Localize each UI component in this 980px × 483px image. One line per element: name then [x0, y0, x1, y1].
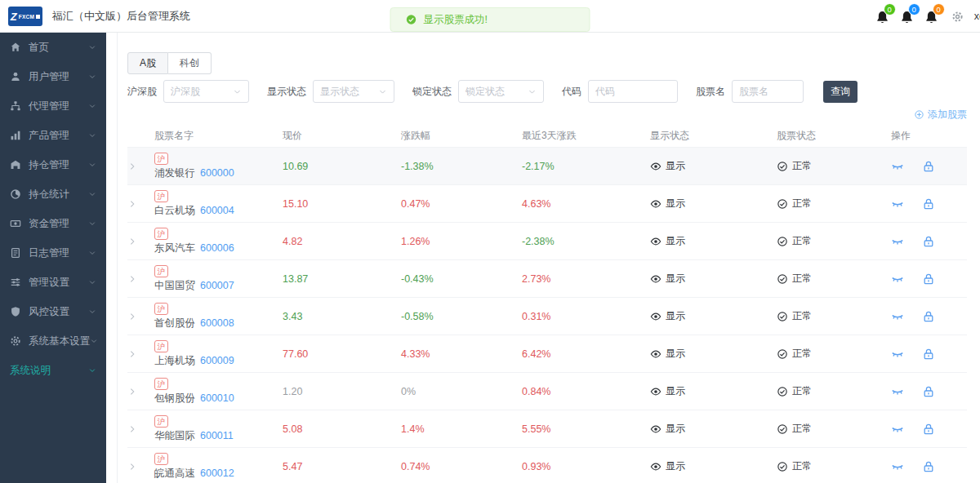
stock-code[interactable]: 600011	[200, 430, 234, 441]
stock-code[interactable]: 600004	[200, 205, 234, 216]
sidebar-item[interactable]: 日志管理	[0, 238, 106, 268]
stock-code[interactable]: 600007	[200, 280, 234, 291]
hide-stock-eye-closed-icon[interactable]	[891, 197, 904, 210]
sidebar-item[interactable]: 风控设置	[0, 297, 106, 326]
hide-stock-eye-closed-icon[interactable]	[891, 235, 904, 248]
sidebar-item[interactable]: 产品管理	[0, 121, 106, 150]
sidebar-item-icon	[10, 218, 21, 229]
logo-name: FXCM	[19, 14, 35, 20]
eye-icon	[650, 236, 662, 247]
current-price: 77.60	[283, 348, 401, 360]
lock-stock-lock-icon[interactable]	[922, 235, 935, 248]
expand-row-icon[interactable]	[127, 462, 137, 472]
market-tag: 沪	[154, 453, 168, 465]
expand-row-icon[interactable]	[127, 237, 137, 246]
sidebar-item[interactable]: 持仓管理	[0, 150, 106, 179]
lock-stock-lock-icon[interactable]	[922, 160, 935, 173]
expand-row-icon[interactable]	[127, 387, 137, 397]
change-percent: 4.33%	[401, 348, 522, 360]
sidebar-item[interactable]: 代理管理	[0, 91, 106, 121]
notification-badge: 0	[908, 3, 920, 16]
hide-stock-eye-closed-icon[interactable]	[891, 348, 904, 361]
sidebar-item[interactable]: 持仓统计	[0, 179, 106, 209]
hide-stock-eye-closed-icon[interactable]	[891, 160, 904, 173]
stock-code[interactable]: 600010	[200, 392, 234, 404]
lock-stock-lock-icon[interactable]	[922, 273, 935, 286]
stock-code[interactable]: 600006	[200, 242, 234, 254]
filter-select[interactable]: 沪深股	[163, 80, 249, 103]
table-row: 沪 包钢股份 600010 1.20 0% 0.84% 显示 正常	[127, 372, 967, 410]
add-stock-link[interactable]: 添加股票	[914, 108, 967, 122]
stock-code[interactable]: 600000	[200, 167, 234, 179]
notification-bells: 0 0 0	[875, 8, 939, 24]
hide-stock-eye-closed-icon[interactable]	[891, 310, 904, 323]
stock-status-label: 正常	[792, 384, 812, 398]
stock-status: 正常	[777, 422, 891, 436]
sidebar-item[interactable]: 系统说明	[0, 356, 106, 385]
lock-stock-lock-icon[interactable]	[922, 310, 935, 323]
expand-row-icon[interactable]	[127, 424, 137, 434]
sidebar-item-icon	[10, 188, 21, 200]
stock-status: 正常	[777, 197, 891, 210]
current-price: 15.10	[283, 198, 401, 210]
sidebar-item[interactable]: 首页	[0, 33, 106, 62]
change-percent: -0.43%	[401, 273, 522, 285]
expand-row-icon[interactable]	[127, 199, 137, 209]
chevron-down-icon	[528, 87, 537, 96]
expand-row-icon[interactable]	[127, 349, 137, 359]
check-circle-icon	[777, 348, 788, 360]
hide-stock-eye-closed-icon[interactable]	[891, 385, 904, 398]
display-status-label: 显示	[666, 197, 685, 210]
app-logo[interactable]: Z FXCM	[8, 7, 42, 26]
check-circle-icon	[777, 461, 788, 472]
sidebar-item-label: 用户管理	[29, 70, 69, 84]
expand-row-icon[interactable]	[127, 274, 137, 284]
hide-stock-eye-closed-icon[interactable]	[891, 423, 904, 436]
filter-group: 显示状态 显示状态	[267, 80, 394, 103]
expand-row-icon[interactable]	[127, 162, 137, 171]
eye-icon	[650, 161, 662, 172]
lock-stock-lock-icon[interactable]	[922, 460, 935, 473]
sidebar-item-label: 持仓统计	[29, 188, 69, 202]
hide-stock-eye-closed-icon[interactable]	[891, 460, 904, 473]
filter-label: 沪深股	[127, 85, 157, 99]
sidebar-item-label: 系统说明	[10, 364, 51, 378]
lock-stock-lock-icon[interactable]	[922, 423, 935, 436]
market-tab[interactable]: 科创	[168, 52, 212, 74]
lock-stock-lock-icon[interactable]	[922, 197, 935, 210]
plus-circle-icon	[914, 109, 924, 120]
filter-group: 沪深股 沪深股	[127, 80, 249, 103]
expand-row-icon[interactable]	[127, 312, 137, 321]
gear-icon[interactable]	[951, 11, 964, 23]
hide-stock-eye-closed-icon[interactable]	[891, 273, 904, 286]
lock-stock-lock-icon[interactable]	[922, 348, 935, 361]
query-button[interactable]: 查询	[823, 81, 858, 103]
table-row: 沪 浦发银行 600000 10.69 -1.38% -2.17% 显示 正常	[127, 147, 967, 184]
sidebar-item-label: 系统基本设置	[29, 335, 90, 348]
change-percent: 1.26%	[401, 236, 522, 247]
select-placeholder: 锁定状态	[466, 85, 505, 99]
sidebar-item[interactable]: 资金管理	[0, 209, 106, 238]
filter-label: 代码	[562, 85, 581, 99]
sidebar-item[interactable]: 系统基本设置	[0, 326, 106, 356]
sidebar-item-icon	[10, 42, 21, 53]
stock-status: 正常	[777, 159, 891, 173]
filter-select[interactable]: 锁定状态	[458, 80, 544, 103]
notification-bell-icon[interactable]: 0	[875, 8, 890, 24]
stock-code[interactable]: 600012	[200, 467, 234, 479]
display-status-label: 显示	[666, 384, 685, 398]
notification-bell-icon[interactable]: 0	[899, 8, 915, 24]
filter-input[interactable]	[588, 80, 678, 103]
filter-input[interactable]	[732, 80, 804, 103]
filter-select[interactable]: 显示状态	[313, 80, 394, 103]
sidebar-item[interactable]: 用户管理	[0, 62, 106, 91]
stock-code[interactable]: 600008	[200, 317, 234, 329]
username[interactable]: xchen	[974, 11, 980, 22]
market-tab[interactable]: A股	[127, 52, 168, 74]
stock-status-label: 正常	[792, 159, 812, 173]
lock-stock-lock-icon[interactable]	[922, 385, 935, 398]
column-header: 股票状态	[777, 129, 891, 143]
stock-code[interactable]: 600009	[200, 355, 234, 366]
sidebar-item[interactable]: 管理设置	[0, 268, 106, 297]
notification-bell-icon[interactable]: 0	[924, 8, 939, 24]
